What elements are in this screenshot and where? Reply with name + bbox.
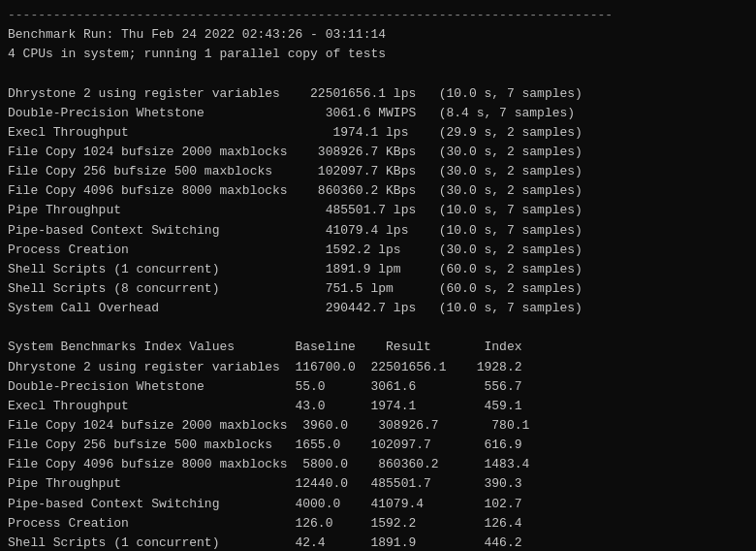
bench-row: Pipe Throughput 485501.7 lps (10.0 s, 7 … xyxy=(8,201,748,220)
bench-row: File Copy 4096 bufsize 8000 maxblocks 86… xyxy=(8,181,748,201)
index-row: Process Creation 126.0 1592.2 126.4 xyxy=(8,514,748,534)
separator-top: ----------------------------------------… xyxy=(8,6,748,25)
bench-row: File Copy 256 bufsize 500 maxblocks 1020… xyxy=(8,162,748,181)
bench-row: File Copy 1024 bufsize 2000 maxblocks 30… xyxy=(8,143,748,162)
bench-row: Shell Scripts (8 concurrent) 751.5 lpm (… xyxy=(8,279,748,299)
index-row: File Copy 256 bufsize 500 maxblocks 1655… xyxy=(8,436,748,455)
index-row: Pipe Throughput 12440.0 485501.7 390.3 xyxy=(8,474,748,494)
bench-row: Dhrystone 2 using register variables 225… xyxy=(8,84,748,104)
header-line1: Benchmark Run: Thu Feb 24 2022 02:43:26 … xyxy=(8,25,748,45)
bench-row: System Call Overhead 290442.7 lps (10.0 … xyxy=(8,299,748,318)
bench-row: Double-Precision Whetstone 3061.6 MWIPS … xyxy=(8,104,748,123)
index-row: Execl Throughput 43.0 1974.1 459.1 xyxy=(8,397,748,416)
index-header: System Benchmarks Index Values Baseline … xyxy=(8,338,748,357)
index-table: www.ittellyou.com System Benchmarks Inde… xyxy=(8,338,748,551)
blank1 xyxy=(8,64,748,83)
index-row: File Copy 4096 bufsize 8000 maxblocks 58… xyxy=(8,455,748,474)
index-row: Double-Precision Whetstone 55.0 3061.6 5… xyxy=(8,377,748,397)
index-row: File Copy 1024 bufsize 2000 maxblocks 39… xyxy=(8,416,748,436)
index-row: Shell Scripts (1 concurrent) 42.4 1891.9… xyxy=(8,534,748,551)
blank2 xyxy=(8,318,748,338)
bench-row: Process Creation 1592.2 lps (30.0 s, 2 s… xyxy=(8,241,748,260)
bench-row: Execl Throughput 1974.1 lps (29.9 s, 2 s… xyxy=(8,123,748,143)
terminal: ----------------------------------------… xyxy=(8,6,748,551)
bench-row: Shell Scripts (1 concurrent) 1891.9 lpm … xyxy=(8,260,748,279)
index-row: Pipe-based Context Switching 4000.0 4107… xyxy=(8,495,748,514)
header-line2: 4 CPUs in system; running 1 parallel cop… xyxy=(8,45,748,64)
bench-row: Pipe-based Context Switching 41079.4 lps… xyxy=(8,221,748,241)
index-rows: Dhrystone 2 using register variables 116… xyxy=(8,358,748,551)
benchmark-rows: Dhrystone 2 using register variables 225… xyxy=(8,84,748,319)
index-row: Dhrystone 2 using register variables 116… xyxy=(8,358,748,377)
